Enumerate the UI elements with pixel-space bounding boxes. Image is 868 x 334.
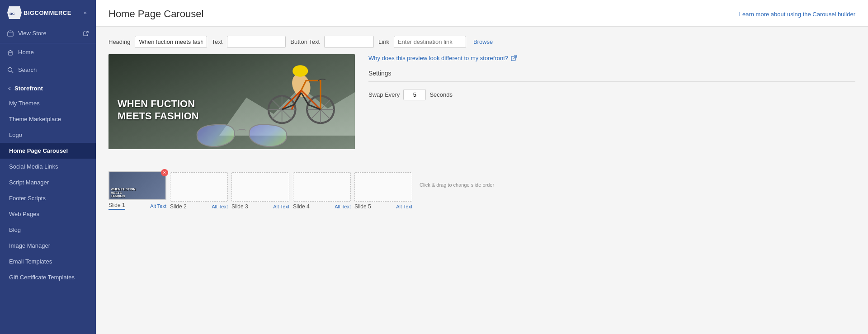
svg-point-7 — [292, 65, 308, 77]
slide-item-1[interactable]: WHEN FUCTIONMEETSFASHION✕Slide 1Alt Text — [108, 171, 166, 210]
slide-label-4[interactable]: Slide 4 — [293, 203, 310, 210]
slide-label-row-3: Slide 3Alt Text — [231, 203, 289, 210]
settings-divider — [368, 81, 855, 82]
heading-label: Heading — [108, 38, 130, 45]
carousel-preview: WHEN FUCTION MEETS FASHION — [108, 54, 355, 149]
chevron-left-icon — [7, 86, 12, 91]
svg-text:BC: BC — [9, 12, 15, 16]
sidebar-item-home-page-carousel[interactable]: Home Page Carousel — [0, 143, 96, 159]
seconds-label: Seconds — [429, 91, 453, 98]
carousel-text-line2: MEETS FASHION — [118, 110, 199, 122]
svg-rect-3 — [9, 52, 12, 55]
slides-container: WHEN FUCTIONMEETSFASHION✕Slide 1Alt Text… — [108, 171, 412, 210]
slide-thumb-4[interactable] — [293, 172, 351, 202]
svg-line-5 — [12, 71, 14, 73]
glass-right-lens — [247, 122, 288, 148]
slide-item-3[interactable]: Slide 3Alt Text — [231, 172, 289, 210]
slide-item-2[interactable]: Slide 2Alt Text — [170, 172, 228, 210]
heading-input[interactable] — [135, 36, 207, 48]
text-input[interactable] — [227, 36, 286, 48]
carousel-form-row: Heading Text Button Text Link Browse — [108, 36, 855, 48]
preview-difference-link[interactable]: Why does this preview look different to … — [368, 54, 855, 62]
slide-thumb-5[interactable] — [354, 172, 412, 202]
slide-label-row-4: Slide 4Alt Text — [293, 203, 351, 210]
storefront-section-header[interactable]: Storefront — [0, 79, 96, 95]
slide-thumb-3[interactable] — [231, 172, 289, 202]
slide-alt-text-link-5[interactable]: Alt Text — [396, 204, 412, 209]
glass-frame — [192, 120, 292, 149]
external-link-icon — [83, 31, 89, 36]
slide-label-row-5: Slide 5Alt Text — [354, 203, 412, 210]
bigcommerce-logo-icon: BC — [7, 6, 22, 19]
button-text-input[interactable] — [324, 36, 374, 48]
preview-difference-text: Why does this preview look different to … — [368, 54, 508, 62]
settings-title: Settings — [368, 70, 855, 77]
sidebar-item-home[interactable]: Home — [0, 43, 96, 61]
slide-label-row-2: Slide 2Alt Text — [170, 203, 228, 210]
svg-rect-2 — [8, 32, 13, 36]
sidebar-item-footer-scripts[interactable]: Footer Scripts — [0, 190, 96, 206]
slide-label-1[interactable]: Slide 1 — [108, 202, 125, 210]
cyclist-illustration — [242, 56, 341, 129]
svg-point-4 — [8, 67, 12, 71]
slide-remove-btn-1[interactable]: ✕ — [161, 169, 168, 176]
swap-label: Swap Every — [368, 91, 400, 98]
collapse-sidebar-button[interactable]: « — [82, 9, 89, 17]
glass-left-lens — [195, 122, 236, 148]
sidebar-item-email-templates[interactable]: Email Templates — [0, 254, 96, 269]
search-icon — [7, 67, 14, 73]
storefront-section-label: Storefront — [14, 85, 43, 92]
slide-alt-text-link-4[interactable]: Alt Text — [335, 204, 351, 209]
view-store-label: View Store — [18, 30, 47, 37]
sidebar-item-theme-marketplace[interactable]: Theme Marketplace — [0, 111, 96, 127]
slide-item-5[interactable]: Slide 5Alt Text — [354, 172, 412, 210]
search-label: Search — [18, 66, 37, 73]
preview-container: WHEN FUCTION MEETS FASHION Why does this… — [108, 54, 855, 149]
sunglasses-overlay — [192, 120, 292, 149]
settings-panel: Why does this preview look different to … — [364, 54, 855, 100]
glass-bridge — [237, 129, 246, 133]
drag-hint: Click & drag to change slide order — [420, 182, 494, 188]
sidebar-item-web-pages[interactable]: Web Pages — [0, 206, 96, 222]
slide-label-3[interactable]: Slide 3 — [231, 203, 248, 210]
link-input[interactable] — [394, 36, 466, 48]
slide-label-5[interactable]: Slide 5 — [354, 203, 371, 210]
sidebar-item-search[interactable]: Search — [0, 61, 96, 79]
slide-label-row-1: Slide 1Alt Text — [108, 202, 166, 210]
home-icon — [7, 49, 14, 56]
sidebar-item-logo[interactable]: Logo — [0, 127, 96, 143]
sidebar-item-blog[interactable]: Blog — [0, 222, 96, 238]
main-header: Home Page Carousel Learn more about usin… — [96, 0, 868, 27]
slide-item-4[interactable]: Slide 4Alt Text — [293, 172, 351, 210]
sidebar-item-gift-certificate-templates[interactable]: Gift Certificate Templates — [0, 269, 96, 285]
slide-label-2[interactable]: Slide 2 — [170, 203, 187, 210]
sidebar-item-image-manager[interactable]: Image Manager — [0, 238, 96, 254]
svg-rect-18 — [511, 56, 515, 61]
slide-alt-text-link-3[interactable]: Alt Text — [273, 204, 289, 209]
external-link-icon — [511, 55, 517, 61]
learn-more-link[interactable]: Learn more about using the Carousel buil… — [739, 11, 855, 18]
home-label: Home — [18, 49, 34, 56]
slide-thumb-2[interactable] — [170, 172, 228, 202]
slide-alt-text-link-2[interactable]: Alt Text — [212, 204, 228, 209]
slides-row: WHEN FUCTIONMEETSFASHION✕Slide 1Alt Text… — [108, 160, 855, 210]
main-content: Home Page Carousel Learn more about usin… — [96, 0, 868, 334]
browse-button[interactable]: Browse — [471, 36, 495, 47]
sidebar-logo-area: BC BIGCOMMERCE « — [0, 0, 96, 24]
carousel-text-line1: WHEN FUCTION — [118, 98, 199, 110]
sidebar-item-my-themes[interactable]: My Themes — [0, 95, 96, 111]
page-title: Home Page Carousel — [108, 8, 203, 20]
swap-seconds-input[interactable] — [403, 89, 426, 100]
logo-wrapper: BC BIGCOMMERCE — [7, 6, 71, 19]
store-icon — [7, 30, 14, 37]
slide-thumb-text-1: WHEN FUCTIONMEETSFASHION — [109, 186, 137, 199]
slide-thumb-1[interactable]: WHEN FUCTIONMEETSFASHION✕ — [108, 171, 166, 200]
link-label: Link — [378, 38, 389, 45]
sidebar-item-script-manager[interactable]: Script Manager — [0, 174, 96, 190]
sidebar: BC BIGCOMMERCE « View Store Home Search — [0, 0, 96, 334]
slide-thumb-img-1: WHEN FUCTIONMEETSFASHION — [109, 172, 165, 199]
swap-every-row: Swap Every Seconds — [368, 89, 855, 100]
sidebar-item-social-media-links[interactable]: Social Media Links — [0, 159, 96, 174]
slide-alt-text-link-1[interactable]: Alt Text — [150, 203, 166, 209]
sidebar-item-view-store[interactable]: View Store — [0, 24, 96, 43]
